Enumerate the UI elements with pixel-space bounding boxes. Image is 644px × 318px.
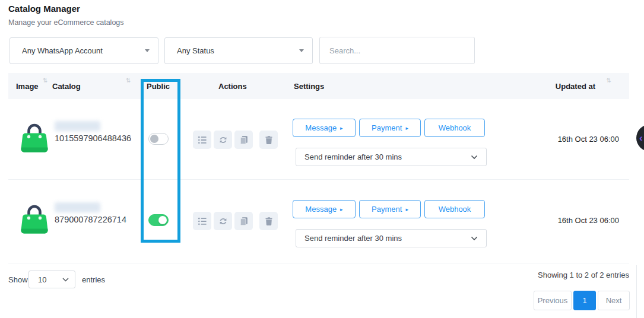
catalog-name-redacted	[55, 121, 100, 131]
column-header-public: Public	[147, 73, 170, 99]
catalog-id: 879000787226714	[55, 215, 126, 224]
updated-at: 16th Oct 23 06:00	[558, 135, 619, 144]
list-items-button[interactable]	[193, 212, 211, 230]
catalog-name-redacted	[55, 202, 100, 212]
shopping-bag-icon	[18, 202, 50, 236]
status-select-value: Any Status	[177, 46, 214, 55]
catalog-manager-page: Catalog Manager Manage your eCommerce ca…	[0, 0, 644, 318]
chevron-down-icon	[62, 278, 69, 282]
next-button[interactable]: Next	[598, 291, 630, 310]
delete-button[interactable]	[259, 131, 278, 149]
message-button-label: Message	[305, 123, 337, 132]
chevron-down-icon	[471, 155, 478, 160]
page-1-button[interactable]: 1	[573, 291, 596, 310]
public-toggle[interactable]	[148, 133, 169, 145]
caret-right-icon: ▸	[340, 126, 343, 131]
payment-button-label: Payment	[372, 205, 402, 214]
whatsapp-account-select[interactable]: Any WhatsApp Account	[9, 37, 158, 64]
row-divider	[8, 179, 629, 180]
search-input[interactable]	[319, 37, 475, 64]
webhook-button[interactable]: Webhook	[424, 119, 485, 137]
payment-button[interactable]: Payment ▸	[359, 119, 421, 137]
copy-button[interactable]	[234, 131, 253, 149]
column-header-catalog[interactable]: Catalog	[52, 73, 81, 99]
settings-buttons: Message ▸ Payment ▸ Webhook	[293, 200, 485, 218]
webhook-button-label: Webhook	[439, 123, 471, 132]
column-header-image[interactable]: Image	[16, 73, 39, 99]
message-button-label: Message	[305, 205, 337, 214]
list-icon	[198, 217, 207, 226]
show-label: Show	[8, 275, 28, 284]
table-row: 1015597906488436 Message ▸ Payment ▸ Web…	[8, 99, 629, 179]
status-select[interactable]: Any Status	[164, 37, 313, 64]
floating-action-button[interactable]: ‹	[636, 125, 644, 151]
table-row: 879000787226714 Message ▸ Payment ▸ Webh…	[8, 180, 629, 260]
copy-icon	[239, 135, 249, 145]
copy-icon	[239, 217, 249, 226]
arrow-left-icon: ‹	[639, 133, 643, 143]
reminder-select[interactable]: Send reminder after 30 mins	[296, 148, 487, 166]
page-size-value: 10	[38, 275, 46, 284]
trash-icon	[264, 217, 274, 226]
list-icon	[198, 135, 207, 145]
table-header: Image ⇅ Catalog ⇅ Public Actions Setting…	[8, 73, 629, 99]
page-subtitle: Manage your eCommerce catalogs	[8, 18, 124, 27]
list-items-button[interactable]	[193, 131, 211, 149]
table-bottom-border	[8, 263, 629, 263]
caret-down-icon	[299, 49, 304, 52]
sort-icon: ⇅	[126, 77, 131, 84]
sort-icon: ⇅	[607, 77, 611, 84]
public-toggle[interactable]	[148, 214, 169, 226]
sync-button[interactable]	[214, 212, 232, 230]
chevron-down-icon	[471, 236, 478, 241]
sync-icon	[218, 217, 228, 226]
previous-button[interactable]: Previous	[534, 291, 572, 310]
payment-button-label: Payment	[372, 123, 402, 132]
pagination: Previous 1 Next	[534, 291, 630, 310]
entries-label: entries	[82, 275, 105, 284]
page-title: Catalog Manager	[8, 4, 80, 14]
payment-button[interactable]: Payment ▸	[359, 200, 421, 218]
caret-right-icon: ▸	[405, 207, 408, 212]
column-header-settings: Settings	[294, 73, 324, 99]
whatsapp-account-select-value: Any WhatsApp Account	[22, 46, 103, 55]
settings-buttons: Message ▸ Payment ▸ Webhook	[293, 119, 485, 137]
shopping-bag-icon	[18, 120, 50, 155]
results-summary: Showing 1 to 2 of 2 entries	[538, 271, 629, 279]
sync-icon	[218, 135, 228, 145]
caret-right-icon: ▸	[405, 126, 408, 131]
page-size-select[interactable]: 10	[28, 271, 75, 288]
delete-button[interactable]	[259, 212, 278, 230]
webhook-button[interactable]: Webhook	[424, 200, 485, 218]
right-edge-divider	[636, 265, 637, 318]
caret-down-icon	[145, 49, 150, 52]
message-button[interactable]: Message ▸	[293, 200, 356, 218]
webhook-button-label: Webhook	[439, 205, 471, 214]
reminder-select-value: Send reminder after 30 mins	[304, 152, 402, 161]
message-button[interactable]: Message ▸	[293, 119, 356, 137]
sort-icon: ⇅	[43, 77, 47, 84]
catalog-id: 1015597906488436	[55, 133, 131, 143]
updated-at: 16th Oct 23 06:00	[558, 216, 619, 225]
caret-right-icon: ▸	[340, 207, 343, 212]
reminder-select[interactable]: Send reminder after 30 mins	[296, 229, 487, 247]
sync-button[interactable]	[214, 131, 232, 149]
column-header-actions: Actions	[218, 73, 247, 99]
copy-button[interactable]	[234, 212, 253, 230]
reminder-select-value: Send reminder after 30 mins	[304, 234, 402, 243]
trash-icon	[264, 135, 274, 145]
column-header-updated-at[interactable]: Updated at	[556, 73, 595, 99]
